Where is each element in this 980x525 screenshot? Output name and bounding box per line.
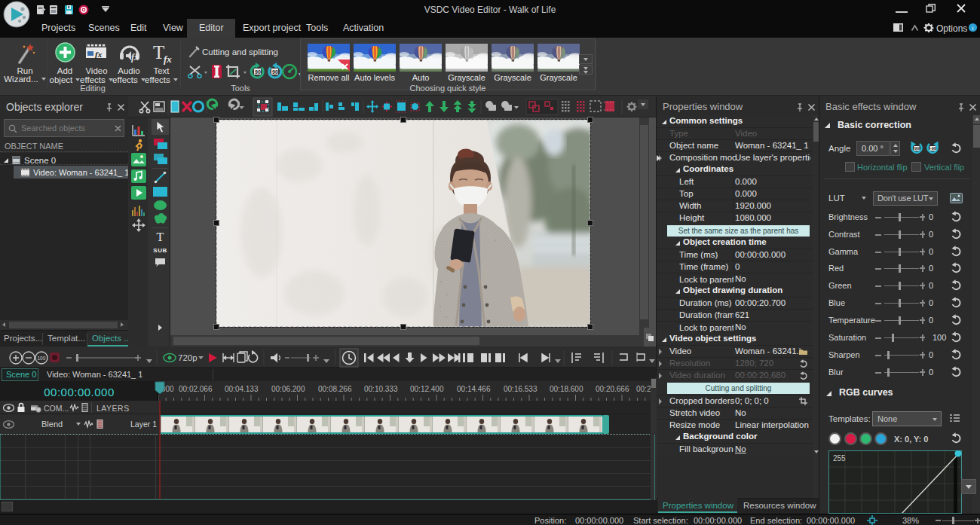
- svg-text:fx: fx: [95, 50, 103, 59]
- svg-text:T: T: [153, 42, 164, 63]
- svg-text:90: 90: [255, 69, 261, 75]
- svg-text:-90: -90: [930, 146, 936, 151]
- svg-text:720p: 720p: [178, 353, 198, 362]
- svg-text:90: 90: [914, 146, 919, 151]
- svg-text:fx: fx: [164, 53, 172, 65]
- svg-text:fx: fx: [131, 52, 139, 63]
- svg-text:100: 100: [38, 356, 46, 361]
- svg-text:255: 255: [833, 454, 846, 462]
- svg-text:90: 90: [272, 69, 278, 75]
